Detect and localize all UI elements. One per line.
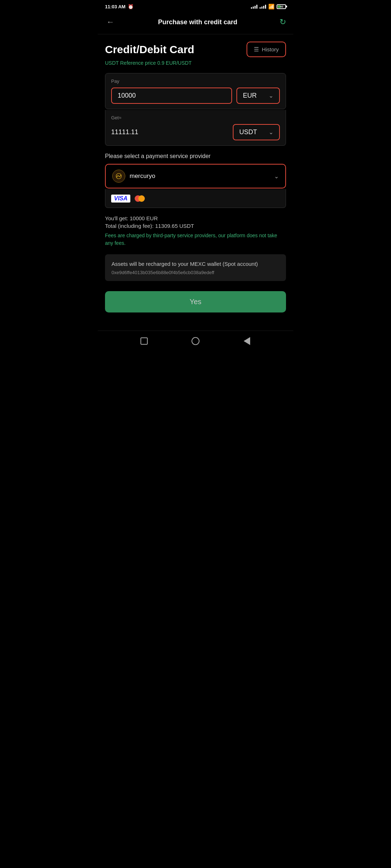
nav-back-button[interactable] [242,336,252,346]
pay-amount-input[interactable] [118,92,226,99]
mastercard-icon [135,195,145,202]
pay-section: Pay EUR ⌄ [105,73,286,109]
refresh-button[interactable]: ↻ [279,17,286,27]
home-circle-icon [192,337,199,345]
pay-currency-chevron: ⌄ [269,92,273,99]
pay-amount-input-wrap[interactable] [111,88,232,104]
wifi-icon: 📶 [268,4,274,9]
provider-logo [112,170,125,183]
google-pay-icon: G [161,193,174,204]
square-icon [140,337,148,345]
get-currency-chevron: ⌄ [269,129,273,136]
ref-price-value: 0.9 EUR/USDT [157,60,192,66]
provider-label: Please select a payment service provider [105,153,286,159]
ref-price-row: USDT Reference price 0.9 EUR/USDT [105,60,286,66]
youll-get-line: You'll get: 10000 EUR [105,215,286,221]
card-title: Credit/Debit Card [105,43,194,56]
payment-methods: VISA G [105,189,286,208]
visa-icon: VISA [111,195,130,203]
alarm-icon: ⏰ [128,4,134,9]
provider-chevron: ⌄ [274,173,279,180]
apple-pay-icon [149,197,156,200]
history-icon: ☰ [254,46,259,53]
summary-section: You'll get: 10000 EUR Total (including f… [105,215,286,247]
signal-bars-2 [260,5,266,9]
history-button[interactable]: ☰ History [247,42,286,57]
wallet-address: 0xe9d6ffe4013b035e6b88e0f4b5e6cb038a9ede… [112,270,279,275]
get-currency-value: USDT [239,128,257,136]
mercuryo-logo-svg [115,172,123,180]
fee-notice: Fees are charged by third-party service … [105,232,286,247]
ref-price-label: USDT Reference price [105,60,156,66]
top-nav: ← Purchase with credit card ↻ [98,12,293,34]
battery-indicator: 40 [277,4,286,9]
header-row: Credit/Debit Card ☰ History [105,42,286,57]
wallet-text: Assets will be recharged to your MEXC wa… [112,260,279,268]
total-line: Total (including fee): 11309.65 USDT [105,223,286,229]
bottom-nav [98,331,293,353]
pay-row: EUR ⌄ [111,88,280,104]
nav-home-button[interactable] [190,336,201,346]
get-row: 11111.11 USDT ⌄ [111,124,280,140]
signal-bars-1 [251,5,257,9]
status-bar: 11:03 AM ⏰ 📶 40 [98,0,293,12]
confirm-button[interactable]: Yes [105,291,286,312]
provider-select[interactable]: mercuryo ⌄ [105,164,286,188]
get-amount-value: 11111.11 [111,128,138,136]
get-currency-select[interactable]: USDT ⌄ [233,124,280,140]
get-label: Get≈ [111,115,280,120]
pay-currency-value: EUR [243,92,257,99]
wallet-box: Assets will be recharged to your MEXC wa… [105,254,286,281]
time-display: 11:03 AM [105,4,126,9]
provider-name: mercuryo [130,173,155,180]
nav-recents-button[interactable] [139,336,149,346]
history-label: History [262,46,279,52]
pay-label: Pay [111,78,280,84]
back-triangle-icon [244,337,250,345]
page-title-nav: Purchase with credit card [158,18,237,26]
main-content: Credit/Debit Card ☰ History USDT Referen… [98,34,293,327]
provider-left: mercuryo [112,170,155,183]
pay-currency-select[interactable]: EUR ⌄ [236,88,280,104]
back-button[interactable]: ← [105,16,116,28]
status-right: 📶 40 [251,4,286,9]
status-left: 11:03 AM ⏰ [105,4,134,9]
get-section: Get≈ 11111.11 USDT ⌄ [105,110,286,146]
